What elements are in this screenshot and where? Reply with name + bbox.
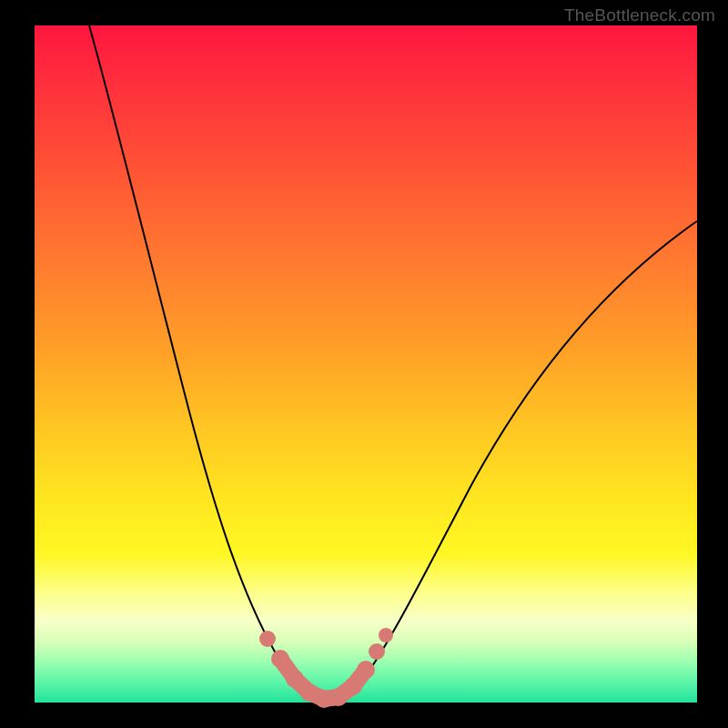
valley-dot-left [259, 631, 276, 647]
chart-svg [35, 25, 697, 703]
valley-dot-right-1 [369, 643, 385, 660]
valley-dot-2 [286, 670, 304, 688]
chart-plot-area [35, 25, 697, 703]
valley-dot-5 [329, 688, 348, 706]
valley-dot-6 [344, 677, 362, 695]
valley-dot-7 [357, 661, 375, 679]
bottleneck-curve [89, 25, 697, 701]
chart-frame: TheBottleneck.com [0, 0, 728, 728]
watermark-text: TheBottleneck.com [564, 5, 715, 25]
valley-dot-1 [271, 650, 289, 668]
valley-dot-right-2 [379, 628, 393, 642]
